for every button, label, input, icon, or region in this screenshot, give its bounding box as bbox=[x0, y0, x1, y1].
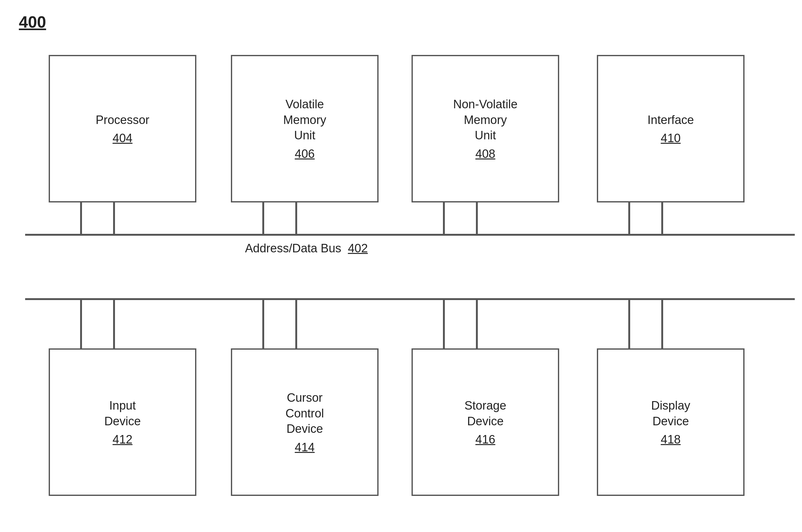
processor-box: Processor 404 bbox=[49, 55, 196, 203]
interface-left-stem bbox=[628, 203, 630, 234]
storage-device-box: StorageDevice 416 bbox=[412, 348, 559, 496]
display-left-stem bbox=[628, 300, 630, 348]
figure-number: 400 bbox=[19, 13, 46, 32]
input-device-label: InputDevice bbox=[104, 398, 141, 429]
cursor-control-label: CursorControlDevice bbox=[286, 390, 324, 437]
non-volatile-memory-number: 408 bbox=[475, 147, 495, 161]
cursor-right-stem bbox=[295, 300, 297, 348]
processor-right-stem bbox=[113, 203, 115, 234]
cursor-control-number: 414 bbox=[295, 441, 314, 454]
volatile-memory-number: 406 bbox=[295, 147, 314, 161]
storage-device-number: 416 bbox=[475, 433, 495, 446]
input-device-box: InputDevice 412 bbox=[49, 348, 196, 496]
cursor-control-box: CursorControlDevice 414 bbox=[231, 348, 379, 496]
non-volatile-left-stem bbox=[443, 203, 445, 234]
interface-number: 410 bbox=[661, 132, 680, 145]
display-right-stem bbox=[661, 300, 663, 348]
non-volatile-memory-box: Non-VolatileMemoryUnit 408 bbox=[412, 55, 559, 203]
display-device-number: 418 bbox=[661, 433, 680, 446]
input-device-number: 412 bbox=[112, 433, 132, 446]
storage-left-stem bbox=[443, 300, 445, 348]
top-bus-line bbox=[25, 234, 795, 236]
interface-box: Interface 410 bbox=[597, 55, 745, 203]
interface-right-stem bbox=[661, 203, 663, 234]
bus-label: Address/Data Bus 402 bbox=[245, 242, 368, 255]
interface-label: Interface bbox=[648, 112, 694, 128]
cursor-left-stem bbox=[262, 300, 264, 348]
processor-left-stem bbox=[80, 203, 82, 234]
bottom-bus-line bbox=[25, 298, 795, 300]
volatile-right-stem bbox=[295, 203, 297, 234]
display-device-box: DisplayDevice 418 bbox=[597, 348, 745, 496]
storage-right-stem bbox=[476, 300, 478, 348]
non-volatile-right-stem bbox=[476, 203, 478, 234]
display-device-label: DisplayDevice bbox=[651, 398, 691, 429]
diagram: 400 Processor 404 VolatileMemoryUnit 406… bbox=[0, 0, 802, 532]
storage-device-label: StorageDevice bbox=[464, 398, 506, 429]
volatile-memory-label: VolatileMemoryUnit bbox=[283, 97, 326, 143]
processor-label: Processor bbox=[95, 112, 149, 128]
input-left-stem bbox=[80, 300, 82, 348]
volatile-left-stem bbox=[262, 203, 264, 234]
non-volatile-memory-label: Non-VolatileMemoryUnit bbox=[453, 97, 518, 143]
input-right-stem bbox=[113, 300, 115, 348]
volatile-memory-box: VolatileMemoryUnit 406 bbox=[231, 55, 379, 203]
processor-number: 404 bbox=[112, 132, 132, 145]
